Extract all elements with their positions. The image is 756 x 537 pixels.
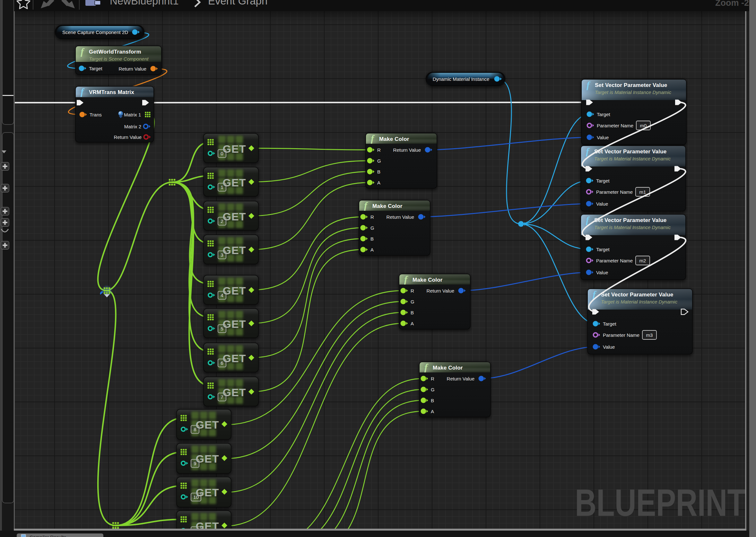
svg-text:m2: m2 (640, 258, 646, 263)
svg-text:Target: Target (596, 178, 610, 184)
svg-text:GET: GET (196, 419, 219, 431)
svg-text:B: B (371, 236, 374, 242)
svg-text:R: R (411, 288, 414, 294)
svg-text:Return Value: Return Value (426, 288, 454, 294)
svg-text:Make Color: Make Color (373, 203, 403, 209)
svg-text:Compiler Results: Compiler Results (29, 534, 66, 537)
svg-text:B: B (431, 398, 434, 403)
svg-text:Matrix 2: Matrix 2 (124, 124, 141, 129)
svg-text:Target is Scene Component: Target is Scene Component (89, 56, 149, 62)
svg-text:B: B (377, 169, 380, 175)
svg-text:NewBlueprint1: NewBlueprint1 (110, 0, 179, 7)
svg-text:Parameter Name: Parameter Name (597, 123, 633, 128)
svg-text:Parameter Name: Parameter Name (596, 258, 633, 263)
svg-text:G: G (371, 225, 374, 231)
svg-text:GetWorldTransform: GetWorldTransform (89, 49, 141, 55)
svg-text:m1: m1 (640, 189, 646, 195)
svg-text:GET: GET (223, 318, 246, 330)
svg-text:G: G (411, 299, 415, 305)
svg-text:GET: GET (223, 177, 246, 188)
svg-text:Set Vector Parameter Value: Set Vector Parameter Value (594, 217, 666, 223)
svg-text:Parameter Name: Parameter Name (596, 189, 633, 195)
svg-text:Return Value: Return Value (119, 66, 146, 71)
svg-text:Make Color: Make Color (433, 365, 463, 371)
svg-text:Make Color: Make Color (413, 277, 443, 283)
svg-text:Set Vector Parameter Value: Set Vector Parameter Value (601, 292, 673, 298)
svg-text:Value: Value (603, 344, 615, 350)
svg-text:B: B (411, 310, 414, 315)
svg-text:BLUEPRINT: BLUEPRINT (575, 481, 745, 524)
svg-text:Return Value: Return Value (114, 134, 142, 140)
svg-text:Target is Material Instance Dy: Target is Material Instance Dynamic (601, 299, 677, 305)
svg-text:Set Vector Parameter Value: Set Vector Parameter Value (594, 148, 666, 155)
svg-text:A: A (371, 247, 374, 252)
svg-text:Dynamic Material Instance: Dynamic Material Instance (433, 76, 490, 82)
svg-text:GET: GET (196, 486, 219, 499)
svg-text:Target is Material Instance Dy: Target is Material Instance Dynamic (595, 90, 671, 95)
svg-text:m3: m3 (646, 332, 653, 338)
svg-text:Target is Material Instance Dy: Target is Material Instance Dynamic (594, 156, 671, 161)
svg-text:Return Value: Return Value (386, 214, 414, 220)
svg-text:G: G (377, 158, 381, 164)
svg-text:Return Value: Return Value (393, 147, 421, 153)
svg-text:G: G (431, 387, 435, 392)
svg-text:GET: GET (223, 244, 246, 256)
svg-text:Return Value: Return Value (447, 376, 474, 381)
svg-text:Zoom -2: Zoom -2 (715, 0, 749, 8)
svg-text:A: A (431, 409, 434, 414)
svg-text:R: R (377, 147, 381, 153)
svg-text:Make Color: Make Color (379, 136, 409, 142)
svg-text:Target: Target (89, 66, 103, 71)
svg-text:Parameter Name: Parameter Name (603, 332, 640, 338)
svg-text:GET: GET (223, 352, 246, 364)
svg-text:VRMTrans Matrix: VRMTrans Matrix (89, 89, 134, 95)
svg-text:Target: Target (597, 112, 610, 117)
svg-text:Matrix 1: Matrix 1 (124, 112, 141, 117)
svg-text:A: A (377, 180, 380, 186)
svg-text:A: A (411, 321, 414, 326)
svg-text:R: R (431, 376, 434, 381)
svg-text:Value: Value (596, 270, 608, 275)
svg-text:Target is Material Instance Dy: Target is Material Instance Dynamic (594, 225, 671, 230)
svg-text:R: R (371, 214, 374, 220)
svg-text:Trans: Trans (90, 112, 102, 117)
svg-text:Event Graph: Event Graph (208, 0, 267, 7)
svg-text:GET: GET (223, 386, 246, 398)
svg-text:Target: Target (603, 321, 617, 327)
svg-text:Target: Target (596, 247, 610, 252)
svg-text:Value: Value (596, 201, 608, 207)
svg-text:Scene Capture Component 2D: Scene Capture Component 2D (62, 29, 128, 35)
svg-text:GET: GET (196, 453, 219, 465)
svg-text:GET: GET (223, 210, 246, 223)
svg-text:Set Vector Parameter Value: Set Vector Parameter Value (595, 82, 667, 88)
svg-text:GET: GET (223, 285, 246, 297)
svg-text:GET: GET (223, 143, 246, 155)
svg-text:Value: Value (597, 135, 609, 140)
